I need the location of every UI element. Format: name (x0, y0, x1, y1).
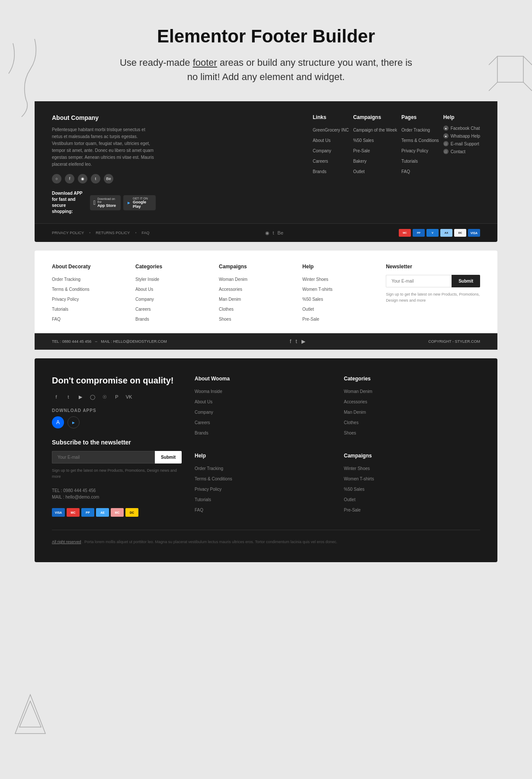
paypal-icon: PP (413, 229, 425, 237)
cat-careers[interactable]: Careers (135, 307, 151, 312)
camp2-woman-denim[interactable]: Woman Denim (219, 277, 247, 282)
footer2-email-input[interactable] (386, 275, 452, 287)
help-whatsapp[interactable]: ● Whatsapp Help (443, 133, 480, 138)
wcat-man-denim[interactable]: Man Denim (344, 410, 366, 415)
f3-vk-icon[interactable]: VK (125, 393, 133, 401)
link-brands[interactable]: Brands (313, 169, 327, 174)
d-privacy[interactable]: Privacy Policy (52, 297, 79, 302)
whatsapp-icon[interactable]: ○ (52, 174, 61, 183)
cat-brands[interactable]: Brands (135, 317, 149, 322)
footer2-submit-btn[interactable]: Submit (452, 275, 480, 287)
wh-tutorials[interactable]: Tutorials (195, 497, 211, 502)
d-tutorials[interactable]: Tutorials (52, 307, 68, 312)
page-privacy[interactable]: Privacy Policy (401, 148, 428, 153)
wcamp-presale[interactable]: Pre-Sale (344, 508, 361, 512)
page-order-tracking[interactable]: Order Tracking (401, 128, 430, 132)
app-store-btn[interactable]:  Download on the App Store (90, 195, 121, 210)
footer3-copyright-link[interactable]: All right reserved (52, 540, 81, 544)
page-terms[interactable]: Terms & Conditions (401, 138, 439, 143)
page-tutorials[interactable]: Tutorials (401, 159, 418, 164)
camp2-clothes[interactable]: Clothes (219, 307, 234, 312)
wh-order[interactable]: Order Tracking (195, 466, 223, 471)
google-play-btn[interactable]: ► GET IT ON Google Play (123, 195, 156, 210)
camp-50sales[interactable]: %50 Sales (353, 138, 374, 143)
w-about[interactable]: About Us (195, 399, 212, 404)
help2-winter[interactable]: Winter Shoes (302, 277, 328, 282)
faq-link[interactable]: FAQ (142, 231, 150, 235)
page-faq[interactable]: FAQ (401, 169, 410, 174)
privacy-policy-link[interactable]: PRIVACY POLICY (52, 231, 84, 235)
help-email[interactable]: □ E-mail Support (443, 141, 480, 146)
f3-whatsapp-icon[interactable]: ☉ (100, 393, 109, 401)
wcamp-outlet[interactable]: Outlet (344, 497, 356, 502)
camp2-man-denim[interactable]: Man Denim (219, 297, 241, 302)
footer3-left-col: Don't compromise on quality! f t ▶ ◯ ☉ P… (52, 376, 182, 517)
bottom-twitter-icon[interactable]: t (273, 230, 274, 235)
f3-pinterest-icon[interactable]: P (112, 393, 121, 401)
footer3-email-input[interactable] (52, 451, 155, 464)
wcamp-women-t[interactable]: Women T-shirts (344, 476, 374, 481)
w-inside[interactable]: Wooma Inside (195, 389, 222, 394)
d-order-tracking[interactable]: Order Tracking (52, 277, 80, 282)
footer2-facebook-icon[interactable]: f (290, 338, 291, 344)
footer3-section-categories: Categories Woman Denim Accessories Man D… (344, 376, 480, 440)
d-faq[interactable]: FAQ (52, 317, 61, 322)
facebook-icon[interactable]: f (65, 174, 74, 183)
wcamp-winter[interactable]: Winter Shoes (344, 466, 370, 471)
help-email-label: E-mail Support (451, 142, 479, 146)
twitter-icon[interactable]: t (91, 174, 100, 183)
footer3-submit-btn[interactable]: Submit (155, 451, 182, 464)
footer3-social-icons: f t ▶ ◯ ☉ P VK (52, 393, 182, 401)
help-contact[interactable]: □ Contact (443, 149, 480, 154)
f3-facebook-icon[interactable]: f (52, 393, 61, 401)
f3-help-list: Order Tracking Terms & Conditions Privac… (195, 464, 331, 513)
footer-demo-3: Don't compromise on quality! f t ▶ ◯ ☉ P… (35, 358, 497, 562)
wcat-shoes[interactable]: Shoes (344, 431, 356, 435)
behance-icon[interactable]: Be (104, 174, 113, 183)
footer2-twitter-icon[interactable]: t (295, 338, 297, 344)
f3-instagram-icon[interactable]: ◯ (88, 393, 97, 401)
camp2-shoes[interactable]: Shoes (219, 317, 231, 322)
bottom-behance-icon[interactable]: Be (278, 230, 283, 235)
link-about-us[interactable]: About Us (313, 138, 330, 143)
f3-tiktok-icon[interactable]: ▶ (76, 393, 85, 401)
cat-company[interactable]: Company (135, 297, 154, 302)
link-careers[interactable]: Careers (313, 159, 328, 164)
cat-about[interactable]: About Us (135, 287, 153, 292)
bottom-dribbble-icon[interactable]: ◉ (265, 230, 269, 236)
footer1-payment-cards: MC PP V AX DC VISA (399, 229, 480, 237)
wcat-clothes[interactable]: Clothes (344, 420, 359, 425)
help2-women-t[interactable]: Women T-shirts (302, 287, 333, 292)
camp-outlet[interactable]: Outlet (353, 169, 365, 174)
wcat-accessories[interactable]: Accessories (344, 399, 367, 404)
footer2-youtube-icon[interactable]: ▶ (301, 338, 305, 344)
w-brands[interactable]: Brands (195, 431, 208, 435)
camp-presale[interactable]: Pre-Sale (353, 148, 370, 153)
wh-privacy[interactable]: Privacy Policy (195, 487, 221, 492)
cat-styler[interactable]: Styler Inside (135, 277, 159, 282)
wh-terms[interactable]: Terms & Conditions (195, 476, 232, 481)
f3-twitter-icon[interactable]: t (64, 393, 73, 401)
footer3-apple-btn[interactable]: A (52, 416, 64, 428)
camp-week[interactable]: Campaign of the Week (353, 128, 397, 132)
w-careers[interactable]: Careers (195, 420, 210, 425)
camp-bakery[interactable]: Bakery (353, 159, 366, 164)
wh-faq[interactable]: FAQ (195, 508, 203, 512)
footer3-google-btn[interactable]: ► (67, 416, 80, 428)
footer-link[interactable]: footer (193, 57, 217, 68)
camp2-accessories[interactable]: Accessories (219, 287, 242, 292)
d-terms[interactable]: Terms & Conditions (52, 287, 90, 292)
help2-presale[interactable]: Pre-Sale (302, 317, 319, 322)
returns-policy-link[interactable]: RETURNS POLICY (96, 231, 130, 235)
wcamp-50sales[interactable]: %50 Sales (344, 487, 365, 492)
help2-50sales[interactable]: %50 Sales (302, 297, 323, 302)
link-greengrocery[interactable]: GreenGrocery INC (313, 128, 349, 132)
footer1-about: About Company Pellentesque habitant morb… (52, 114, 156, 215)
header-section: Elementor Footer Builder Use ready-made … (0, 0, 532, 101)
dribbble-icon[interactable]: ◉ (78, 174, 87, 183)
w-company[interactable]: Company (195, 410, 213, 415)
wcat-denim[interactable]: Woman Denim (344, 389, 372, 394)
help2-outlet[interactable]: Outlet (302, 307, 314, 312)
link-company[interactable]: Company (313, 148, 331, 153)
help-facebook-chat[interactable]: ● Facebook Chat (443, 126, 480, 131)
